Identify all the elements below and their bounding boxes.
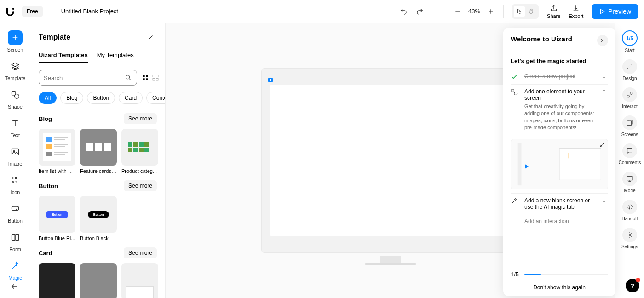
step-add-interaction[interactable]: Add an interaction <box>511 214 608 228</box>
rail-design[interactable]: Design <box>622 59 637 81</box>
rail-icon[interactable]: Icon <box>8 173 23 195</box>
rail-template[interactable]: Template <box>5 59 26 81</box>
layers-icon <box>8 59 23 74</box>
project-title[interactable]: Untitled Blank Project <box>61 8 399 15</box>
template-card[interactable] <box>121 263 158 298</box>
code-icon <box>622 200 637 214</box>
dont-show-again-button[interactable]: Don't show this again <box>511 284 608 291</box>
rail-label: Magic <box>8 275 22 281</box>
thumb <box>121 129 158 166</box>
rail-button[interactable]: Button <box>8 201 23 224</box>
template-card[interactable] <box>39 263 75 298</box>
svg-point-46 <box>514 92 518 95</box>
artboard-badge-icon[interactable] <box>268 78 273 82</box>
chip-card[interactable]: Card <box>119 92 143 104</box>
template-card[interactable] <box>80 263 117 298</box>
artboard-screen[interactable] <box>270 85 511 236</box>
rail-mode[interactable]: Mode <box>622 172 637 193</box>
svg-rect-23 <box>54 144 68 145</box>
card-name: Button Blue Ri... <box>39 235 75 241</box>
redo-icon[interactable] <box>416 7 424 16</box>
share-button[interactable]: Share <box>547 4 560 19</box>
template-card[interactable]: Item list with vi... <box>39 129 75 174</box>
search-input-wrapper[interactable] <box>39 70 137 86</box>
rail-label: Comments <box>619 160 641 165</box>
onboarding-close-button[interactable] <box>597 35 608 46</box>
artboard[interactable] <box>262 69 519 252</box>
panel-tabs: Uizard Templates My Templates <box>30 48 165 63</box>
zoom-in-icon[interactable] <box>487 7 495 16</box>
rail-shape[interactable]: Shape <box>8 87 23 109</box>
start-progress-badge: 1/5 <box>622 30 638 46</box>
close-icon <box>600 38 605 43</box>
step-create-project[interactable]: Create a new project ⌄ <box>511 69 608 84</box>
search-icon <box>125 74 132 81</box>
left-tool-rail: Screen Template Shape Text Image Icon Bu… <box>0 23 30 298</box>
step-title: Add a new blank screen or use the AI mag… <box>524 197 597 210</box>
rail-text[interactable]: Text <box>8 116 23 138</box>
zoom-out-icon[interactable] <box>454 7 462 16</box>
rail-start[interactable]: 1/5 Start <box>622 30 638 53</box>
expand-icon[interactable] <box>599 142 605 148</box>
svg-rect-26 <box>54 152 68 153</box>
select-tool-icon[interactable] <box>514 6 525 17</box>
svg-rect-35 <box>128 148 132 152</box>
help-button[interactable]: ? <box>626 279 639 292</box>
chip-content[interactable]: Conte <box>146 92 165 104</box>
thumb <box>39 129 75 166</box>
share-icon <box>550 4 558 12</box>
template-card[interactable]: Product categ... <box>121 129 158 174</box>
tab-uizard-templates[interactable]: Uizard Templates <box>39 48 88 63</box>
see-more-blog[interactable]: See more <box>124 113 157 124</box>
plan-badge[interactable]: Free <box>22 6 43 17</box>
see-more-card[interactable]: See more <box>124 247 157 258</box>
top-bar: Free Untitled Blank Project 43% Share Ex… <box>0 0 644 23</box>
export-button[interactable]: Export <box>569 4 583 19</box>
onboarding-subtitle: Let's get the magic started <box>511 57 608 64</box>
see-more-button[interactable]: See more <box>124 180 157 191</box>
section-title: Card <box>39 250 52 257</box>
rail-label: Image <box>8 161 23 166</box>
grid-large-icon[interactable] <box>142 74 149 81</box>
template-card[interactable]: Button Button Blue Ri... <box>39 196 75 241</box>
search-input[interactable] <box>44 74 121 81</box>
progress-fill <box>524 274 541 275</box>
step-add-screen[interactable]: Add a new blank screen or use the AI mag… <box>511 193 608 214</box>
onboarding-title: Welcome to Uizard <box>511 35 572 43</box>
svg-rect-17 <box>156 78 158 80</box>
step-title: Add one element to your screen <box>524 88 597 101</box>
svg-rect-12 <box>143 78 145 80</box>
chevron-down-icon: ⌄ <box>602 73 608 80</box>
rail-comments[interactable]: Comments <box>619 143 641 165</box>
panel-close-button[interactable] <box>145 31 157 43</box>
chip-all[interactable]: All <box>39 92 57 104</box>
hand-tool-icon[interactable] <box>526 6 537 17</box>
preview-button[interactable]: Preview <box>592 4 638 19</box>
arrow-left-icon <box>10 282 18 291</box>
rail-screens[interactable]: Screens <box>621 115 638 137</box>
card-name: Product categ... <box>121 168 158 174</box>
rail-label: Text <box>11 132 20 138</box>
rail-settings[interactable]: Settings <box>621 228 638 249</box>
rail-screen[interactable]: Screen <box>7 30 23 52</box>
template-card[interactable]: Button Button Black <box>80 196 117 241</box>
back-button[interactable] <box>10 282 18 291</box>
step-add-element[interactable]: Add one element to your screen Get that … <box>511 84 608 135</box>
zoom-value[interactable]: 43% <box>468 8 480 15</box>
undo-icon[interactable] <box>399 7 408 16</box>
mini-button: Button <box>88 211 109 218</box>
chip-button[interactable]: Button <box>87 92 115 104</box>
rail-form[interactable]: Form <box>8 230 23 252</box>
rail-handoff[interactable]: Handoff <box>622 200 638 221</box>
tab-my-templates[interactable]: My Templates <box>97 48 134 63</box>
button-icon <box>8 201 23 216</box>
grid-small-icon[interactable] <box>152 74 159 81</box>
step-description: Get that creativity going by adding one … <box>524 103 597 132</box>
chip-blog[interactable]: Blog <box>60 92 83 104</box>
rail-image[interactable]: Image <box>8 144 23 166</box>
svg-point-40 <box>627 95 629 97</box>
rail-magic[interactable]: Magic <box>8 258 23 281</box>
cursor-mode-toggle[interactable] <box>512 4 539 19</box>
rail-interact[interactable]: Interact <box>622 87 637 109</box>
template-card[interactable]: Feature cards ... <box>80 129 117 174</box>
